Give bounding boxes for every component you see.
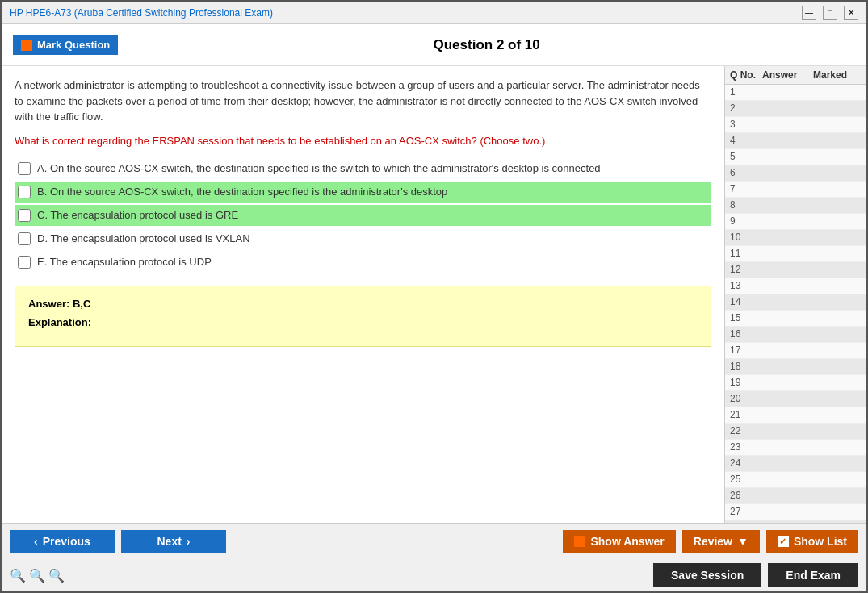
sidebar-answer [762, 215, 813, 228]
previous-button[interactable]: ‹ Previous [10, 530, 115, 553]
sidebar-row[interactable]: 22 [725, 424, 866, 440]
sidebar-qno: 22 [730, 425, 762, 437]
sidebar-marked [813, 102, 862, 115]
sidebar-row[interactable]: 1 [725, 85, 866, 101]
col-answer: Answer [762, 69, 813, 81]
show-list-label: Show List [794, 535, 847, 548]
footer: ‹ Previous Next › Show Answer Review ▼ ✓… [2, 523, 866, 591]
sidebar-answer [762, 280, 813, 292]
sidebar-qno: 25 [730, 474, 762, 486]
sidebar-qno: 16 [730, 328, 762, 340]
review-button[interactable]: Review ▼ [682, 530, 760, 553]
sidebar-answer [762, 328, 813, 340]
sidebar-marked [813, 151, 862, 163]
sidebar-marked [813, 506, 862, 518]
sidebar-answer [762, 232, 813, 244]
prev-arrow: ‹ [34, 535, 38, 548]
sidebar-row[interactable]: 24 [725, 456, 866, 472]
sidebar-answer [762, 183, 813, 195]
title-bar: HP HPE6-A73 (Aruba Certified Switching P… [2, 2, 866, 24]
sidebar-marked [813, 135, 862, 147]
sidebar-row[interactable]: 5 [725, 149, 866, 165]
sidebar-qno: 4 [730, 135, 762, 147]
sidebar-row[interactable]: 2 [725, 101, 866, 117]
checkbox-a[interactable] [18, 162, 31, 175]
end-exam-label: End Exam [786, 569, 841, 582]
sidebar-row[interactable]: 26 [725, 488, 866, 504]
sidebar-row[interactable]: 27 [725, 504, 866, 520]
show-list-button[interactable]: ✓ Show List [766, 530, 858, 553]
option-d: D. The encapsulation protocol used is VX… [15, 228, 711, 249]
sidebar-row[interactable]: 17 [725, 343, 866, 359]
sidebar-qno: 14 [730, 296, 762, 308]
sidebar-row[interactable]: 21 [725, 407, 866, 424]
sidebar-row[interactable]: 18 [725, 359, 866, 375]
sidebar-answer [762, 264, 813, 276]
sidebar-row[interactable]: 14 [725, 294, 866, 311]
sidebar-qno: 9 [730, 215, 762, 228]
sidebar-answer [762, 457, 813, 470]
option-b-text: B. On the source AOS-CX switch, the dest… [37, 186, 447, 198]
sidebar-qno: 2 [730, 102, 762, 115]
mark-question-label: Mark Question [37, 39, 110, 51]
sidebar-row[interactable]: 11 [725, 246, 866, 262]
checkbox-d[interactable] [18, 232, 31, 245]
sidebar-qno: 26 [730, 490, 762, 502]
sidebar-row[interactable]: 7 [725, 182, 866, 198]
sidebar-answer [762, 506, 813, 518]
sidebar-qno: 17 [730, 345, 762, 357]
sidebar-marked [813, 425, 862, 437]
save-session-label: Save Session [671, 569, 744, 582]
sidebar-answer [762, 393, 813, 405]
next-button[interactable]: Next › [121, 530, 226, 553]
zoom-in-button[interactable]: 🔍 [48, 568, 65, 583]
sidebar-row[interactable]: 16 [725, 327, 866, 343]
checkbox-b[interactable] [18, 186, 31, 198]
sidebar-row[interactable]: 4 [725, 133, 866, 149]
save-session-button[interactable]: Save Session [653, 563, 761, 587]
sidebar-row[interactable]: 8 [725, 198, 866, 214]
zoom-out-button[interactable]: 🔍 [10, 568, 26, 583]
sidebar-row[interactable]: 23 [725, 440, 866, 456]
sidebar-row[interactable]: 12 [725, 262, 866, 278]
sidebar-row[interactable]: 6 [725, 165, 866, 182]
sidebar-marked [813, 393, 862, 405]
sidebar-answer [762, 474, 813, 486]
sidebar-row[interactable]: 3 [725, 117, 866, 133]
sidebar-marked [813, 167, 862, 179]
mark-question-button[interactable]: Mark Question [13, 35, 118, 55]
zoom-controls: 🔍 🔍 🔍 [10, 568, 65, 583]
zoom-reset-button[interactable]: 🔍 [29, 568, 45, 583]
close-button[interactable]: ✕ [844, 6, 858, 20]
explanation-text: Explanation: [28, 316, 698, 328]
sidebar-qno: 21 [730, 409, 762, 421]
sidebar-row[interactable]: 15 [725, 311, 866, 327]
sidebar-qno: 15 [730, 312, 762, 324]
sidebar-answer [762, 345, 813, 357]
question-area: A network administrator is attempting to… [2, 66, 725, 523]
question-instruction: What is correct regarding the ERSPAN ses… [15, 135, 711, 147]
sidebar-qno: 5 [730, 151, 762, 163]
checkbox-e[interactable] [18, 256, 31, 269]
main-window: HP HPE6-A73 (Aruba Certified Switching P… [0, 0, 868, 593]
sidebar-row[interactable]: 13 [725, 278, 866, 294]
sidebar-qno: 6 [730, 167, 762, 179]
sidebar-qno: 13 [730, 280, 762, 292]
show-answer-button[interactable]: Show Answer [563, 530, 675, 553]
next-arrow: › [187, 535, 191, 548]
sidebar-answer [762, 167, 813, 179]
sidebar-row[interactable]: 10 [725, 230, 866, 246]
sidebar-answer [762, 377, 813, 389]
sidebar-row[interactable]: 9 [725, 214, 866, 230]
sidebar-row[interactable]: 25 [725, 472, 866, 488]
sidebar-row[interactable]: 19 [725, 375, 866, 391]
sidebar-row[interactable]: 20 [725, 391, 866, 407]
sidebar-qno: 18 [730, 361, 762, 373]
sidebar-marked [813, 457, 862, 470]
sidebar-marked [813, 248, 862, 260]
end-exam-button[interactable]: End Exam [768, 563, 858, 587]
sidebar-qno: 1 [730, 86, 762, 98]
checkbox-c[interactable] [18, 209, 31, 222]
maximize-button[interactable]: □ [823, 6, 837, 20]
minimize-button[interactable]: — [802, 6, 816, 20]
